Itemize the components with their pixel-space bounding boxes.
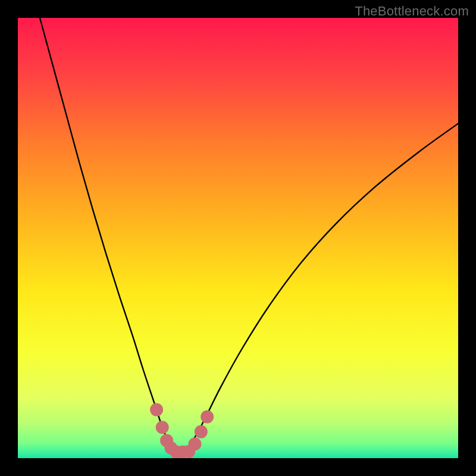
chart-frame: TheBottleneck.com [0, 0, 476, 476]
highlight-marker [195, 425, 208, 439]
highlight-marker [188, 437, 201, 450]
watermark-text: TheBottleneck.com [355, 4, 469, 19]
highlight-marker [201, 410, 214, 423]
plot-area [18, 18, 458, 458]
highlight-marker [156, 421, 169, 434]
highlight-markers [150, 403, 214, 458]
highlight-marker [150, 403, 163, 416]
bottleneck-curve [40, 18, 458, 456]
curve-layer [18, 18, 458, 458]
